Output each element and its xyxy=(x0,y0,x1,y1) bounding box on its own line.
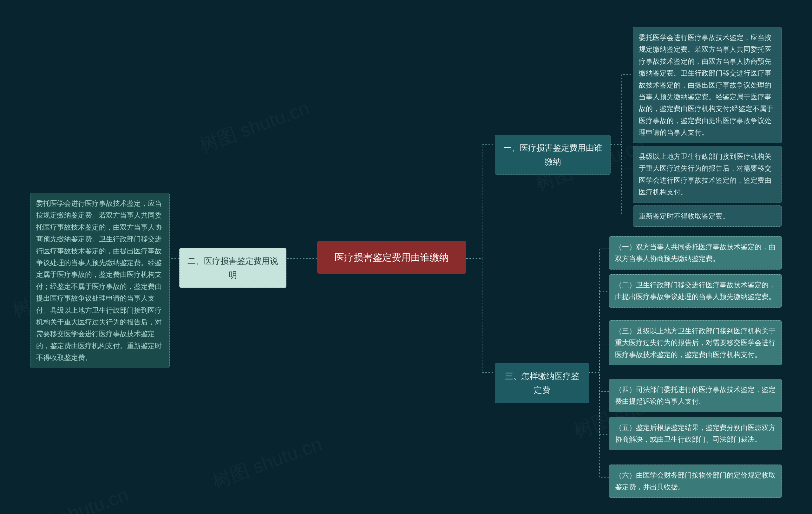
watermark: 树图 shutu.cn xyxy=(196,95,313,158)
branch-left: 二、医疗损害鉴定费用说明 xyxy=(179,248,286,288)
branch-2-leaf-3: （四）司法部门委托进行的医疗事故技术鉴定，鉴定费由提起诉讼的当事人支付。 xyxy=(609,379,782,412)
watermark: 树图 shutu.cn xyxy=(208,431,325,495)
watermark: 树图 shutu.cn xyxy=(15,482,132,514)
branch-2-leaf-5: （六）由医学会财务部门按物价部门的定价规定收取鉴定费，并出具收据。 xyxy=(609,464,782,498)
branch-2-leaf-2: （三）县级以上地方卫生行政部门接到医疗机构关于重大医疗过失行为的报告后，对需要移… xyxy=(609,320,782,365)
branch-1-leaf-0: 委托医学会进行医疗事故技术鉴定，应当按规定缴纳鉴定费。若双方当事人共同委托医疗事… xyxy=(633,27,782,143)
branch-left-title: 二、医疗损害鉴定费用说明 xyxy=(187,256,278,280)
branch-2-leaf-0: （一）双方当事人共同委托医疗事故技术鉴定的，由双方当事人协商预先缴纳鉴定费。 xyxy=(609,236,782,270)
leaf-text: （一）双方当事人共同委托医疗事故技术鉴定的，由双方当事人协商预先缴纳鉴定费。 xyxy=(615,243,776,263)
branch-2-title: 三、怎样缴纳医疗鉴定费 xyxy=(505,371,579,395)
branch-1-leaf-1: 县级以上地方卫生行政部门接到医疗机构关于重大医疗过失行为的报告后，对需要移交医学… xyxy=(633,146,782,203)
root-title: 医疗损害鉴定费用由谁缴纳 xyxy=(335,252,449,263)
branch-1-title: 一、医疗损害鉴定费用由谁缴纳 xyxy=(503,143,602,167)
leaf-text: 重新鉴定时不得收取鉴定费。 xyxy=(639,212,729,220)
leaf-text: （三）县级以上地方卫生行政部门接到医疗机构关于重大医疗过失行为的报告后，对需要移… xyxy=(615,327,776,359)
leaf-text: 县级以上地方卫生行政部门接到医疗机构关于重大医疗过失行为的报告后，对需要移交医学… xyxy=(639,153,772,196)
leaf-left-text: 委托医学会进行医疗事故技术鉴定，应当按规定缴纳鉴定费。若双方当事人共同委托医疗事… xyxy=(36,200,162,361)
branch-1: 一、医疗损害鉴定费用由谁缴纳 xyxy=(495,135,611,175)
leaf-text: 委托医学会进行医疗事故技术鉴定，应当按规定缴纳鉴定费。若双方当事人共同委托医疗事… xyxy=(639,34,773,137)
branch-2-leaf-4: （五）鉴定后根据鉴定结果，鉴定费分别由医患双方协商解决，或由卫生行政部门、司法部… xyxy=(609,417,782,450)
leaf-left: 委托医学会进行医疗事故技术鉴定，应当按规定缴纳鉴定费。若双方当事人共同委托医疗事… xyxy=(30,193,170,368)
root-node: 医疗损害鉴定费用由谁缴纳 xyxy=(317,241,466,274)
branch-1-leaf-2: 重新鉴定时不得收取鉴定费。 xyxy=(633,206,782,227)
leaf-text: （五）鉴定后根据鉴定结果，鉴定费分别由医患双方协商解决，或由卫生行政部门、司法部… xyxy=(615,424,776,443)
branch-2: 三、怎样缴纳医疗鉴定费 xyxy=(495,363,589,403)
leaf-text: （四）司法部门委托进行的医疗事故技术鉴定，鉴定费由提起诉讼的当事人支付。 xyxy=(615,386,776,405)
leaf-text: （六）由医学会财务部门按物价部门的定价规定收取鉴定费，并出具收据。 xyxy=(615,471,776,491)
leaf-text: （二）卫生行政部门移交进行医疗事故技术鉴定的，由提出医疗事故争议处理的当事人预先… xyxy=(615,281,776,301)
branch-2-leaf-1: （二）卫生行政部门移交进行医疗事故技术鉴定的，由提出医疗事故争议处理的当事人预先… xyxy=(609,274,782,308)
